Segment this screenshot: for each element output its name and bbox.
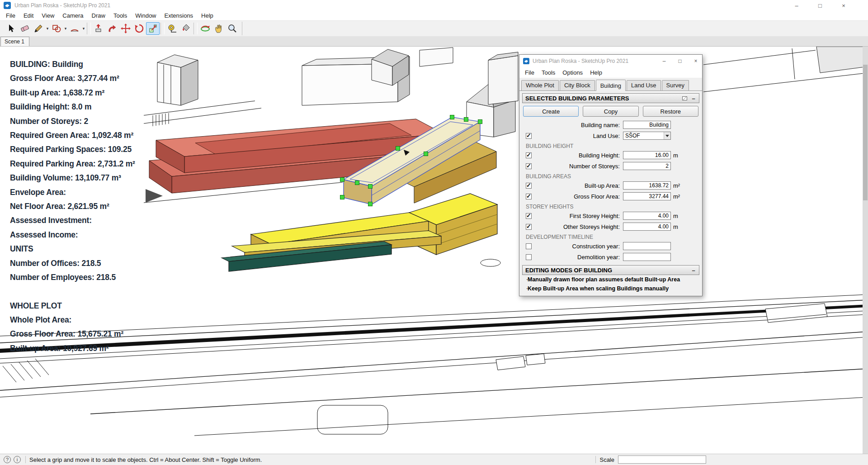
- demolition-year-label: Demolition year:: [534, 254, 620, 261]
- dialog-menu-help[interactable]: Help: [586, 69, 606, 76]
- number-of-storeys-checkbox[interactable]: [526, 163, 532, 169]
- menu-camera[interactable]: Camera: [58, 12, 87, 19]
- section-development-timeline: DEVELOPMENT TIMELINE: [522, 232, 699, 241]
- pin-icon[interactable]: [682, 96, 687, 100]
- scale-input[interactable]: [618, 456, 706, 464]
- manual-floor-plan-checkbox[interactable]: [527, 279, 528, 280]
- info-line: WHOLE PLOT: [10, 299, 135, 313]
- menu-file[interactable]: File: [2, 12, 19, 19]
- tab-building[interactable]: Building: [596, 80, 626, 91]
- rotate-tool-button[interactable]: [132, 22, 146, 35]
- scene-tab-1[interactable]: Scene 1: [0, 37, 29, 46]
- scale-icon: [148, 24, 158, 33]
- line-tool-button[interactable]: [32, 22, 45, 35]
- shapes-tool-button[interactable]: [50, 22, 63, 35]
- land-use-select[interactable]: SŠOF: [623, 132, 671, 140]
- dialog-menu-options[interactable]: Options: [559, 69, 586, 76]
- dialog-maximize-icon[interactable]: □: [674, 58, 686, 64]
- yellow-buildings[interactable]: [222, 194, 497, 271]
- eraser-tool-button[interactable]: [18, 22, 32, 35]
- menu-tools[interactable]: Tools: [109, 12, 131, 19]
- shapes-tool-dropdown-icon[interactable]: ▾: [63, 26, 68, 31]
- built-up-area-input[interactable]: [623, 181, 671, 190]
- tab-whole-plot[interactable]: Whole Plot: [521, 80, 559, 90]
- tab-city-block[interactable]: City Block: [560, 80, 595, 90]
- maximize-icon[interactable]: □: [816, 2, 824, 9]
- restore-button[interactable]: Restore: [643, 106, 698, 117]
- building-name-row: Building name:: [522, 119, 699, 130]
- copy-button[interactable]: Copy: [583, 106, 638, 117]
- collapse-section-icon[interactable]: –: [690, 95, 697, 102]
- gross-floor-area-input[interactable]: [623, 192, 671, 200]
- menu-edit[interactable]: Edit: [19, 12, 38, 19]
- other-storeys-height-input[interactable]: [623, 223, 671, 231]
- building-height-input[interactable]: [623, 151, 671, 159]
- close-icon[interactable]: ×: [840, 2, 848, 9]
- manual-floor-plan-option: Manually drawn floor plan assumes defaul…: [522, 275, 699, 284]
- pan-tool-button[interactable]: [212, 22, 226, 35]
- dialog-minimize-icon[interactable]: –: [658, 58, 670, 64]
- first-storey-height-input[interactable]: [623, 212, 671, 220]
- number-of-storeys-input[interactable]: [623, 162, 671, 170]
- tab-survey[interactable]: Survey: [662, 80, 689, 90]
- dialog-titlebar[interactable]: Urban Plan Roska - SketchUp Pro 2021 – □…: [519, 55, 702, 67]
- dialog-menu-tools[interactable]: Tools: [538, 69, 559, 76]
- arc-tool-button[interactable]: [68, 22, 81, 35]
- first-storey-height-checkbox[interactable]: [526, 213, 532, 219]
- construction-year-checkbox[interactable]: [526, 243, 532, 249]
- toolbar: ▾ ▾ ▾: [0, 21, 868, 36]
- measurement-area: Scale: [595, 456, 706, 464]
- other-storeys-height-checkbox[interactable]: [526, 224, 532, 230]
- arc-icon: [70, 24, 80, 33]
- urban-plan-dialog[interactable]: Urban Plan Roska - SketchUp Pro 2021 – □…: [519, 54, 703, 296]
- select-tool-button[interactable]: [5, 22, 18, 35]
- building-height-checkbox[interactable]: [526, 152, 532, 158]
- collapse-section-icon[interactable]: –: [690, 267, 697, 274]
- dialog-menu-file[interactable]: File: [521, 69, 538, 76]
- menu-draw[interactable]: Draw: [88, 12, 109, 19]
- menu-window[interactable]: Window: [131, 12, 160, 19]
- viewport-right-edge[interactable]: [863, 47, 868, 454]
- menu-extensions[interactable]: Extensions: [160, 12, 198, 19]
- follow-me-icon: [107, 24, 117, 33]
- menu-help[interactable]: Help: [197, 12, 217, 19]
- push-pull-tool-button[interactable]: [92, 22, 105, 35]
- paint-bucket-tool-button[interactable]: [179, 22, 193, 35]
- tape-measure-icon: [167, 24, 177, 33]
- info-line: Built-up Area: 1,638.72 m²: [10, 86, 135, 100]
- push-pull-icon: [94, 24, 104, 33]
- number-of-storeys-row: Number of Storeys:: [522, 161, 699, 171]
- keep-built-up-area-checkbox[interactable]: [527, 288, 528, 289]
- building-name-input[interactable]: [623, 121, 671, 129]
- demolition-year-checkbox[interactable]: [526, 254, 532, 260]
- menubar: File Edit View Camera Draw Tools Window …: [0, 11, 868, 21]
- follow-me-tool-button[interactable]: [105, 22, 119, 35]
- menu-view[interactable]: View: [38, 12, 58, 19]
- orbit-tool-button[interactable]: [198, 22, 212, 35]
- gross-floor-area-checkbox[interactable]: [526, 194, 532, 199]
- tab-land-use[interactable]: Land Use: [627, 80, 661, 90]
- create-button[interactable]: Create: [523, 106, 579, 117]
- info-icon[interactable]: i: [14, 456, 21, 463]
- construction-year-input[interactable]: [623, 242, 671, 250]
- line-tool-dropdown-icon[interactable]: ▾: [45, 26, 50, 31]
- land-use-checkbox[interactable]: [526, 133, 532, 139]
- help-icon[interactable]: ?: [4, 456, 11, 463]
- scale-tool-button[interactable]: [146, 22, 160, 35]
- info-line: Required Green Area: 1,092.48 m²: [10, 128, 135, 142]
- demolition-year-input[interactable]: [623, 253, 671, 261]
- info-line: Envelope Area:: [10, 185, 135, 199]
- dialog-close-icon[interactable]: ×: [689, 58, 702, 64]
- gross-floor-area-unit: m²: [673, 193, 687, 200]
- minimize-icon[interactable]: –: [793, 2, 801, 9]
- built-up-area-checkbox[interactable]: [526, 183, 532, 189]
- move-tool-button[interactable]: [119, 22, 132, 35]
- dialog-title: Urban Plan Roska - SketchUp Pro 2021: [533, 58, 655, 64]
- zoom-tool-button[interactable]: [226, 22, 239, 35]
- dialog-menubar: File Tools Options Help: [519, 67, 702, 78]
- arc-tool-dropdown-icon[interactable]: ▾: [81, 26, 86, 31]
- viewport-3d[interactable]: BUILDING: Building Gross Floor Area: 3,2…: [0, 47, 868, 454]
- chevron-down-icon[interactable]: [664, 132, 670, 139]
- tape-measure-tool-button[interactable]: [165, 22, 179, 35]
- window-title: Urban Plan Roska - SketchUp Pro 2021: [14, 2, 110, 9]
